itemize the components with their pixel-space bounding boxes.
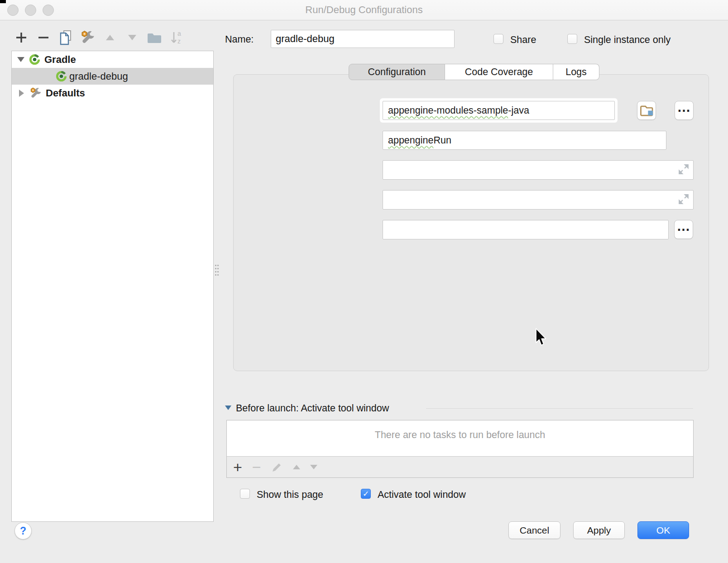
move-task-up-icon[interactable] — [293, 465, 300, 469]
activate-tool-window-checkbox[interactable]: ✓ — [361, 489, 371, 499]
gradle-project-input[interactable]: appengine-modules-sample-java — [383, 101, 615, 120]
before-launch-collapse-icon[interactable] — [225, 406, 231, 410]
environment-variables-more-button[interactable]: … — [674, 220, 693, 239]
run-debug-configurations-dialog: { "window": { "title": "Run/Debug Config… — [0, 0, 728, 563]
title-bar: Run/Debug Configurations — [0, 0, 728, 20]
tree-item-gradle-debug[interactable]: gradle-debug — [12, 68, 213, 85]
tab-label: Logs — [565, 67, 587, 77]
chevron-collapsed-icon[interactable] — [19, 90, 24, 97]
question-mark-icon: ? — [20, 525, 26, 537]
move-down-button[interactable] — [125, 29, 140, 47]
show-this-page-checkbox[interactable] — [240, 489, 250, 499]
copy-configuration-button[interactable] — [58, 29, 73, 47]
move-task-down-icon[interactable] — [310, 465, 317, 469]
new-folder-button[interactable] — [147, 29, 162, 47]
check-icon: ✓ — [363, 490, 369, 498]
add-task-button[interactable]: + — [233, 463, 242, 472]
move-down-icon — [128, 35, 136, 40]
name-input[interactable] — [271, 30, 455, 48]
expand-field-icon[interactable] — [677, 193, 690, 205]
show-this-page-label: Show this page — [257, 489, 323, 501]
svg-text:a: a — [177, 30, 181, 37]
configurations-toolbar: a z — [14, 27, 184, 48]
minus-icon — [37, 31, 50, 44]
plain-text: Run — [433, 135, 451, 146]
edit-defaults-button[interactable] — [80, 29, 96, 47]
window-title: Run/Debug Configurations — [0, 4, 728, 16]
mouse-cursor — [533, 328, 547, 348]
tab-configuration[interactable]: Configuration — [349, 64, 445, 80]
copy-icon — [58, 30, 73, 45]
configurations-tree: Gradle gradle-debug Defaults — [11, 51, 214, 522]
sort-az-icon: a z — [170, 30, 183, 45]
single-instance-label: Single instance only — [584, 34, 671, 46]
tree-item-label: Defaults — [46, 87, 85, 99]
cancel-button[interactable]: Cancel — [508, 521, 560, 539]
before-launch-toolbar: + − — [227, 456, 693, 477]
svg-text:z: z — [177, 38, 181, 45]
add-configuration-button[interactable] — [14, 29, 29, 47]
folder-with-square-icon — [640, 105, 654, 117]
folder-icon — [147, 31, 162, 44]
gradle-project-more-button[interactable]: … — [675, 101, 694, 120]
ok-button[interactable]: OK — [637, 521, 689, 539]
environment-variables-input[interactable] — [383, 220, 669, 239]
expand-field-icon[interactable] — [677, 163, 690, 176]
chevron-expanded-icon[interactable] — [17, 57, 24, 62]
before-launch-title: Before launch: Activate tool window — [236, 403, 389, 414]
misspelled-text: appengine — [388, 135, 433, 146]
tree-item-label: gradle-debug — [69, 71, 128, 82]
wrench-icon — [80, 29, 96, 46]
tree-item-label: Gradle — [44, 54, 76, 66]
empty-task-list-message: There are no tasks to run before launch — [227, 429, 693, 441]
tab-code-coverage[interactable]: Code Coverage — [445, 64, 553, 80]
splitter-handle[interactable] — [215, 264, 219, 276]
plus-icon — [14, 31, 28, 44]
plain-text: -java — [508, 105, 529, 116]
gradle-project-browse-folder-button[interactable] — [637, 101, 656, 120]
edit-task-pencil-icon[interactable] — [271, 461, 283, 473]
wrench-icon — [29, 87, 42, 100]
gradle-icon — [29, 53, 41, 66]
help-button[interactable]: ? — [14, 522, 32, 539]
arguments-input[interactable] — [383, 190, 694, 210]
sort-configurations-button[interactable]: a z — [169, 29, 184, 47]
tab-label: Code Coverage — [465, 67, 533, 77]
tab-logs[interactable]: Logs — [553, 64, 599, 80]
name-label: Name: — [225, 34, 254, 45]
tree-item-gradle[interactable]: Gradle — [12, 51, 213, 68]
gradle-icon — [55, 70, 67, 82]
share-checkbox[interactable] — [493, 34, 503, 44]
share-label: Share — [510, 34, 536, 46]
before-launch-task-list: There are no tasks to run before launch … — [226, 420, 694, 478]
ellipsis-icon: … — [677, 105, 691, 110]
ellipsis-icon: … — [677, 224, 691, 229]
remove-configuration-button[interactable] — [36, 29, 51, 47]
tasks-input[interactable]: appengineRun — [383, 131, 666, 150]
section-divider — [426, 408, 693, 409]
vm-options-input[interactable] — [383, 160, 694, 180]
single-instance-checkbox[interactable] — [567, 34, 577, 44]
tree-item-defaults[interactable]: Defaults — [12, 85, 213, 101]
screenshot-artifact — [0, 0, 6, 3]
remove-task-button[interactable]: − — [252, 463, 261, 472]
apply-button[interactable]: Apply — [573, 521, 625, 539]
move-up-button[interactable] — [102, 29, 118, 47]
move-up-icon — [106, 35, 114, 40]
tab-label: Configuration — [368, 67, 426, 77]
misspelled-text: appengine-modules-sample — [388, 105, 508, 116]
activate-tool-window-label: Activate tool window — [378, 489, 466, 501]
